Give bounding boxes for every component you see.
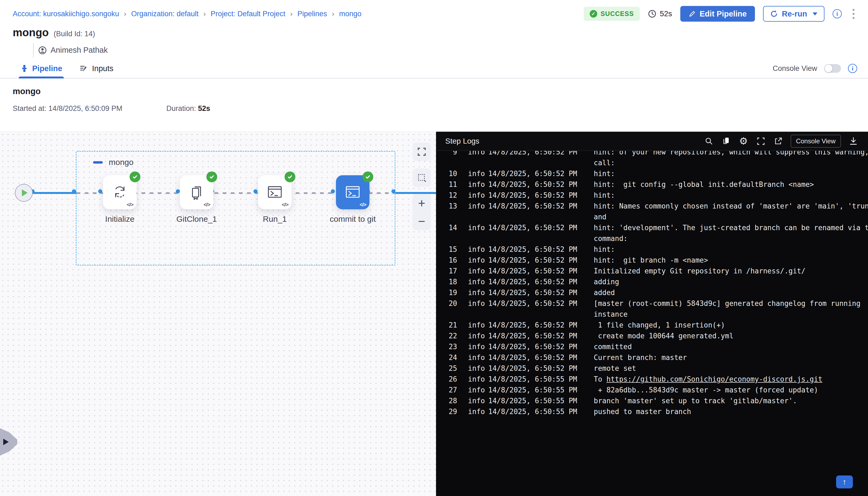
log-level: info bbox=[457, 244, 488, 255]
rerun-button[interactable]: Re-run bbox=[763, 6, 824, 22]
log-timestamp: 14/8/2025, 6:50:52 PM bbox=[488, 341, 604, 352]
tab-inputs[interactable]: Inputs bbox=[79, 59, 113, 78]
log-row: 9info14/8/2025, 6:50:52 PMhint: of your … bbox=[436, 151, 868, 157]
log-message: + 82a6dbb...5843d9c master -> master (fo… bbox=[594, 385, 818, 396]
log-row: 15info14/8/2025, 6:50:52 PMhint: bbox=[436, 244, 868, 255]
log-message: command: bbox=[594, 233, 627, 244]
git-clone-icon bbox=[188, 183, 205, 201]
log-row: 19info14/8/2025, 6:50:52 PMadded bbox=[436, 287, 868, 298]
log-row: 17info14/8/2025, 6:50:52 PMInitialized e… bbox=[436, 266, 868, 276]
log-line-number: 27 bbox=[436, 385, 457, 396]
pipeline-icon bbox=[20, 64, 28, 73]
log-line-number: 11 bbox=[436, 179, 457, 190]
log-message: added bbox=[594, 287, 615, 298]
log-row: 12info14/8/2025, 6:50:52 PMhint: bbox=[436, 190, 868, 201]
log-row: 24info14/8/2025, 6:50:52 PMCurrent branc… bbox=[436, 352, 868, 363]
pipeline-start-node[interactable] bbox=[15, 184, 33, 202]
log-row: 25info14/8/2025, 6:50:52 PMremote set bbox=[436, 363, 868, 374]
log-level: info bbox=[457, 396, 488, 406]
breadcrumb-organization[interactable]: Organization: default bbox=[131, 10, 199, 18]
step-logs-panel: Step Logs ⚙ Console View bbox=[436, 132, 868, 496]
log-link[interactable]: https://github.com/Sonichigo/economy-dis… bbox=[606, 375, 822, 383]
code-icon: </> bbox=[204, 202, 210, 208]
log-level: info bbox=[457, 374, 488, 385]
breadcrumb-current[interactable]: mongo bbox=[339, 10, 362, 18]
expand-panel-handle[interactable] bbox=[0, 428, 17, 456]
step-node-commit-to-git[interactable]: </> bbox=[336, 175, 370, 209]
console-view-toggle[interactable] bbox=[824, 64, 841, 73]
canvas-fullscreen-button[interactable] bbox=[413, 142, 431, 161]
external-link-icon[interactable] bbox=[773, 136, 783, 146]
log-line-number: 26 bbox=[436, 374, 457, 385]
log-level: info bbox=[457, 385, 488, 396]
zoom-out-button[interactable]: − bbox=[418, 215, 425, 228]
terminal-icon bbox=[266, 183, 284, 201]
log-level: info bbox=[457, 201, 488, 212]
log-timestamp: 14/8/2025, 6:50:55 PM bbox=[488, 374, 604, 385]
breadcrumb: Account: kurosakiichigo.songoku › Organi… bbox=[13, 10, 361, 18]
log-timestamp bbox=[488, 309, 604, 320]
log-output[interactable]: 9info14/8/2025, 6:50:52 PMhint: of your … bbox=[436, 151, 868, 496]
console-view-button[interactable]: Console View bbox=[791, 135, 841, 148]
breadcrumb-account[interactable]: Account: kurosakiichigo.songoku bbox=[13, 10, 119, 18]
arrow-up-icon: ↑ bbox=[842, 477, 847, 486]
log-level bbox=[457, 157, 488, 168]
log-row-continuation: and bbox=[436, 212, 868, 222]
edit-pipeline-button[interactable]: Edit Pipeline bbox=[680, 6, 755, 22]
tab-pipeline[interactable]: Pipeline bbox=[20, 59, 62, 78]
gear-icon[interactable]: ⚙ bbox=[739, 136, 748, 146]
pipeline-execution-page: Account: kurosakiichigo.songoku › Organi… bbox=[0, 0, 868, 496]
success-check-icon bbox=[129, 171, 140, 182]
author-name: Animesh Pathak bbox=[50, 46, 108, 55]
log-line-number: 16 bbox=[436, 255, 457, 266]
more-options-menu[interactable] bbox=[850, 8, 857, 20]
log-line-number: 19 bbox=[436, 287, 457, 298]
console-view-info-icon[interactable]: i bbox=[848, 64, 857, 73]
flow-port bbox=[391, 189, 396, 193]
breadcrumb-pipelines[interactable]: Pipelines bbox=[297, 10, 327, 18]
step-label-initialize: Initialize bbox=[77, 215, 163, 224]
step-node-run[interactable]: </> bbox=[258, 175, 292, 209]
step-node-initialize[interactable]: </> bbox=[103, 175, 137, 209]
log-timestamp: 14/8/2025, 6:50:52 PM bbox=[488, 201, 604, 212]
breadcrumb-separator: › bbox=[124, 10, 126, 18]
scroll-to-top-button[interactable]: ↑ bbox=[836, 476, 853, 489]
success-check-icon bbox=[284, 171, 295, 182]
collapse-stage-icon[interactable] bbox=[93, 161, 103, 164]
log-message: create mode 100644 generated.yml bbox=[594, 330, 733, 341]
canvas-selection-button[interactable] bbox=[413, 169, 431, 187]
log-row-continuation: call: bbox=[436, 157, 868, 168]
refresh-icon bbox=[770, 10, 778, 18]
log-line-number: 12 bbox=[436, 190, 457, 201]
log-line-number bbox=[436, 233, 457, 244]
flow-port bbox=[72, 189, 76, 193]
canvas-zoom-controls: + − bbox=[413, 194, 431, 230]
log-level: info bbox=[457, 341, 488, 352]
search-icon[interactable] bbox=[704, 136, 714, 146]
pipeline-canvas[interactable]: mongo bbox=[0, 132, 436, 496]
breadcrumb-project[interactable]: Project: Default Project bbox=[211, 10, 285, 18]
log-level: info bbox=[457, 151, 488, 157]
log-timestamp: 14/8/2025, 6:50:52 PM bbox=[488, 330, 604, 341]
log-timestamp: 14/8/2025, 6:50:52 PM bbox=[488, 276, 604, 287]
log-message: pushed to master branch bbox=[594, 406, 691, 417]
log-line-number: 20 bbox=[436, 298, 457, 309]
copy-icon[interactable] bbox=[722, 136, 731, 146]
fullscreen-icon[interactable] bbox=[756, 136, 766, 146]
log-row: 14info14/8/2025, 6:50:52 PMhint: 'develo… bbox=[436, 222, 868, 233]
log-timestamp bbox=[488, 157, 604, 168]
zoom-in-button[interactable]: + bbox=[418, 197, 425, 209]
log-level: info bbox=[457, 320, 488, 330]
log-line-number: 25 bbox=[436, 363, 457, 374]
page-title: mongo bbox=[13, 27, 49, 39]
code-icon: </> bbox=[360, 202, 366, 208]
log-row: 26info14/8/2025, 6:50:55 PMTo https://gi… bbox=[436, 374, 868, 385]
log-timestamp: 14/8/2025, 6:50:52 PM bbox=[488, 320, 604, 330]
info-icon[interactable]: i bbox=[833, 9, 842, 18]
step-node-gitclone[interactable]: </> bbox=[180, 175, 213, 209]
download-icon[interactable] bbox=[849, 136, 858, 146]
expand-arrow-icon bbox=[3, 439, 9, 445]
play-icon bbox=[22, 189, 28, 196]
step-label-run: Run_1 bbox=[232, 215, 318, 224]
breadcrumb-separator: › bbox=[203, 10, 206, 18]
